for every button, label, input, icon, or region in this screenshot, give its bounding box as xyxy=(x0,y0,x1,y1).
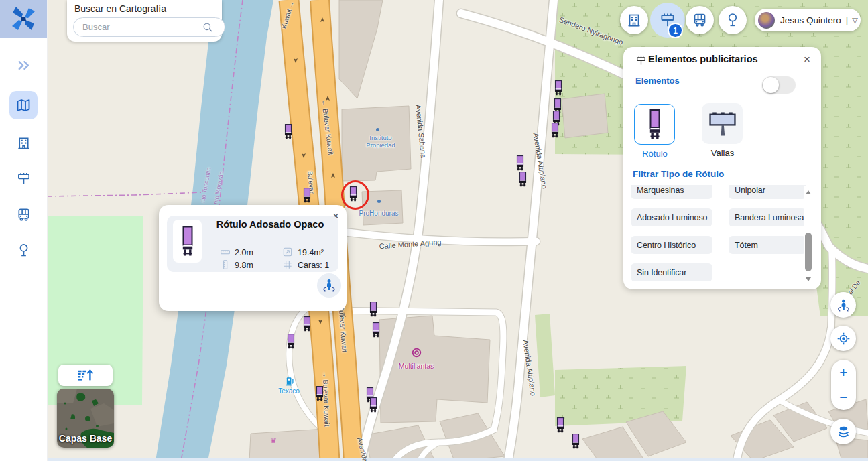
building-icon xyxy=(626,12,642,28)
street-view-person-icon xyxy=(836,298,851,313)
filter-chip[interactable]: Sin Identificar xyxy=(631,263,712,281)
option-rotulo-label: Rótulo xyxy=(625,149,685,159)
rotulo-marker[interactable] xyxy=(369,302,377,317)
search-card: Buscar en Cartografía xyxy=(67,0,222,42)
street-view-control[interactable] xyxy=(830,292,856,318)
filter-chip[interactable]: Unipolar xyxy=(729,185,806,199)
sidebar-item-billboards[interactable] xyxy=(16,171,32,186)
bus-icon xyxy=(16,207,32,222)
width-value: 2.0m xyxy=(235,248,253,257)
rotulo-marker[interactable] xyxy=(369,397,377,413)
app-window: Kuwait →← Bulevar KuwaitBulevarAvenida S… xyxy=(0,0,868,461)
zoom-control: + − xyxy=(831,360,856,410)
scrollbar-thumb[interactable] xyxy=(805,233,812,271)
bus-icon xyxy=(692,12,708,28)
rotulo-sign-icon xyxy=(181,225,194,257)
filter-chip[interactable]: Bandera Luminosa xyxy=(729,208,806,226)
topbar-trees-button[interactable] xyxy=(719,6,747,34)
topbar-transit-button[interactable] xyxy=(686,6,714,34)
sidebar-item-transit[interactable] xyxy=(16,207,32,222)
rotulo-marker[interactable] xyxy=(303,316,311,332)
rotulo-marker[interactable] xyxy=(551,123,559,138)
zoom-in-button[interactable]: + xyxy=(831,360,856,385)
billboards-count-badge: 1 xyxy=(668,23,683,38)
pinwheel-logo-icon xyxy=(0,0,47,38)
billboard-icon xyxy=(635,55,647,66)
area-icon xyxy=(282,247,293,257)
map-bottom-edge xyxy=(35,458,868,461)
app-logo[interactable] xyxy=(0,0,47,38)
rotulo-marker[interactable] xyxy=(519,172,527,187)
avatar xyxy=(758,12,775,29)
filter-chip[interactable]: Tótem xyxy=(729,236,806,254)
chevron-double-right-icon xyxy=(16,58,32,73)
filter-title: Filtrar Tipo de Rótulo xyxy=(633,169,724,179)
tree-icon xyxy=(725,12,741,28)
map-icon xyxy=(15,97,32,113)
panel-title: Elementos publicitarios xyxy=(648,54,758,64)
base-layers-button[interactable]: Capas Base xyxy=(57,389,114,448)
rotulo-marker[interactable] xyxy=(316,386,324,401)
search-title: Buscar en Cartografía xyxy=(74,3,166,14)
valla-billboard-icon xyxy=(706,108,739,140)
rotulo-marker[interactable] xyxy=(556,417,564,433)
billboard-icon xyxy=(16,171,32,186)
sidebar-item-trees[interactable] xyxy=(16,243,32,258)
toggle-knob xyxy=(763,77,779,93)
zoom-out-button[interactable]: − xyxy=(831,385,856,409)
rotulo-marker[interactable] xyxy=(554,80,562,96)
popup-title: Rótulo Adosado Opaco xyxy=(206,219,334,230)
rotulo-marker[interactable] xyxy=(516,155,524,171)
tree-icon xyxy=(16,243,32,258)
sidebar-item-map[interactable] xyxy=(9,91,38,119)
rotulo-info-popup: × Rótulo Adosado Opaco 2.0m 19.4m² 9.8m … xyxy=(159,205,347,311)
user-separator: | xyxy=(846,15,848,25)
filter-chip[interactable]: Adosado Luminoso xyxy=(631,208,712,226)
popup-body: Rótulo Adosado Opaco 2.0m 19.4m² 9.8m Ca… xyxy=(167,216,338,272)
area-value: 19.4m² xyxy=(298,248,324,257)
close-icon[interactable]: × xyxy=(804,54,810,65)
sidebar xyxy=(0,0,48,461)
sidebar-item-buildings[interactable] xyxy=(16,135,32,151)
height-value: 9.8m xyxy=(235,261,253,270)
topbar-buildings-button[interactable] xyxy=(620,6,648,34)
filter-chip[interactable]: Marquesinas xyxy=(631,185,712,199)
rotulo-marker[interactable] xyxy=(372,322,380,338)
scroll-down-icon[interactable] xyxy=(806,277,811,281)
building-icon xyxy=(16,135,32,151)
faces-value: Caras: 1 xyxy=(298,261,329,270)
user-menu[interactable]: Jesus Quintero | ▽ xyxy=(755,9,861,31)
street-view-button[interactable] xyxy=(317,273,341,298)
rotulo-icon-box xyxy=(173,220,202,263)
option-vallas[interactable] xyxy=(702,103,743,144)
sidebar-expand-button[interactable] xyxy=(16,58,32,73)
search-icon[interactable] xyxy=(202,21,214,34)
sort-ascending-icon xyxy=(76,368,95,383)
rotulo-marker[interactable] xyxy=(572,434,580,449)
street-view-person-icon xyxy=(321,277,337,293)
layers-icon xyxy=(836,424,851,440)
selected-marker-ring xyxy=(341,180,369,210)
chevron-down-icon: ▽ xyxy=(852,16,857,25)
rotulo-marker[interactable] xyxy=(303,188,311,203)
base-layers-label: Capas Base xyxy=(57,433,114,444)
user-name: Jesus Quintero xyxy=(780,15,841,25)
height-ruler-icon xyxy=(220,259,231,270)
rotulo-marker[interactable] xyxy=(287,334,295,349)
elements-toggle[interactable] xyxy=(762,76,796,94)
filter-chips-viewport: MarquesinasUnipolarAdosado LuminosoBande… xyxy=(631,185,806,284)
option-vallas-label: Vallas xyxy=(692,148,753,158)
filter-chip[interactable]: Centro Histórico xyxy=(631,236,712,254)
elements-label: Elementos xyxy=(635,76,680,86)
rotulo-sign-icon xyxy=(648,109,662,140)
elementos-publicitarios-panel: Elementos publicitarios × Elementos Rótu… xyxy=(623,47,821,289)
scroll-up-icon[interactable] xyxy=(806,190,811,194)
width-ruler-icon xyxy=(220,247,231,257)
layer-sort-button[interactable] xyxy=(58,365,113,386)
layers-control[interactable] xyxy=(830,419,856,444)
locate-control[interactable] xyxy=(830,326,856,351)
faces-grid-icon xyxy=(282,259,293,270)
chips-scrollbar[interactable] xyxy=(804,186,813,284)
rotulo-marker[interactable] xyxy=(284,124,292,139)
option-rotulo[interactable] xyxy=(634,104,675,145)
